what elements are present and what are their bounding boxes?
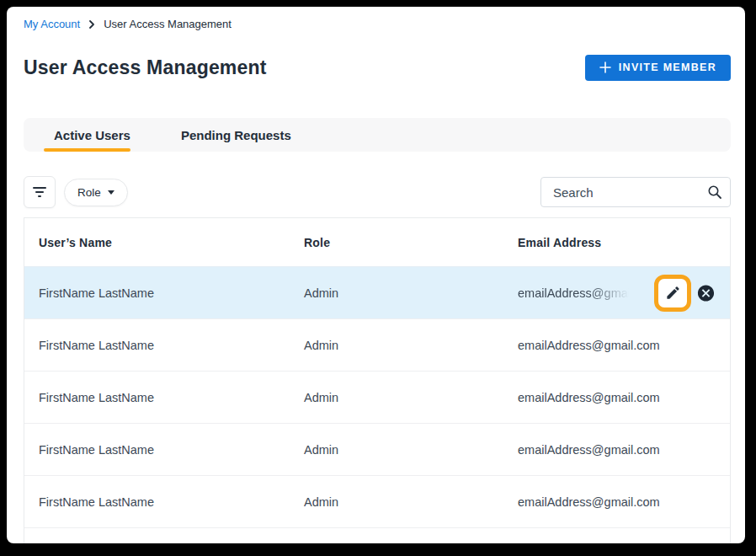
breadcrumb: My Account User Access Management xyxy=(24,18,232,30)
breadcrumb-current: User Access Management xyxy=(104,18,232,30)
column-header-role: Role xyxy=(304,236,518,249)
toolbar: Role xyxy=(24,176,731,208)
column-header-name: User’s Name xyxy=(39,236,304,249)
column-header-email: Email Address xyxy=(518,236,730,249)
cell-role: Admin xyxy=(304,443,518,457)
page: My Account User Access Management User A… xyxy=(7,7,745,543)
invite-member-label: INVITE MEMBER xyxy=(619,61,716,73)
active-tab-underline xyxy=(44,148,130,152)
filter-button[interactable] xyxy=(24,176,56,208)
breadcrumb-link-my-account[interactable]: My Account xyxy=(24,18,80,30)
cell-role: Admin xyxy=(304,339,518,352)
cell-email: emailAddress@gmail.com xyxy=(518,495,730,509)
chevron-right-icon xyxy=(88,20,96,29)
cell-user-name: FirstName LastName xyxy=(39,286,304,300)
role-filter-dropdown[interactable]: Role xyxy=(64,179,128,206)
table-row[interactable]: FirstName LastName Admin emailAddress@gm… xyxy=(24,371,730,423)
tab-active-users[interactable]: Active Users xyxy=(54,128,130,142)
cell-user-name: FirstName LastName xyxy=(39,443,304,457)
cell-user-name: FirstName LastName xyxy=(39,391,304,404)
table-row[interactable]: FirstName LastName Admin emailAddress@gm… xyxy=(24,475,730,527)
filter-icon xyxy=(33,187,46,197)
cell-email: emailAddress@gmail.com xyxy=(518,443,730,457)
search-input[interactable] xyxy=(540,177,731,207)
cell-email: emailAddress@gmail.com xyxy=(518,391,730,404)
tab-bar: Active Users Pending Requests xyxy=(24,118,731,152)
table-row[interactable]: FirstName LastName Admin emailAddress@gm… xyxy=(24,423,730,475)
cell-email: emailAddress@gmail.com xyxy=(518,339,730,352)
page-header: User Access Management INVITE MEMBER xyxy=(24,54,731,81)
close-circle-icon xyxy=(696,283,716,302)
table-row[interactable]: FirstName LastName Admin emailAddress@gm… xyxy=(24,318,730,371)
cell-user-name: FirstName LastName xyxy=(39,339,304,352)
page-title: User Access Management xyxy=(24,56,267,79)
edit-user-button[interactable] xyxy=(654,275,691,312)
table-row[interactable]: FirstName LastName Admin emailAddress@gm… xyxy=(24,266,730,318)
invite-member-button[interactable]: INVITE MEMBER xyxy=(585,55,731,81)
table-row[interactable]: FirstName LastName Admin emailAddress@gm… xyxy=(24,527,730,543)
role-filter-label: Role xyxy=(77,186,101,199)
remove-user-button[interactable] xyxy=(696,283,716,302)
users-table: User’s Name Role Email Address FirstName… xyxy=(24,217,731,543)
cell-role: Admin xyxy=(304,495,518,509)
cell-role: Admin xyxy=(304,286,518,300)
table-body: FirstName LastName Admin emailAddress@gm… xyxy=(24,266,730,543)
search-box xyxy=(540,177,731,207)
plus-icon xyxy=(599,61,611,73)
table-header-row: User’s Name Role Email Address xyxy=(24,218,730,266)
tab-pending-requests[interactable]: Pending Requests xyxy=(181,128,291,142)
pencil-icon xyxy=(665,285,681,301)
cell-role: Admin xyxy=(304,391,518,404)
search-icon[interactable] xyxy=(707,184,722,200)
cell-user-name: FirstName LastName xyxy=(39,495,304,509)
caret-down-icon xyxy=(108,190,114,195)
